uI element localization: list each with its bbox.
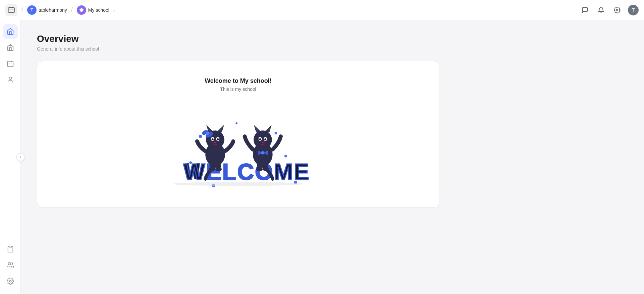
nav-app-name[interactable]: T tableharmony xyxy=(27,5,67,15)
main-layout: › Overview General info about this schoo… xyxy=(0,20,644,294)
sidebar-item-home[interactable] xyxy=(3,24,18,39)
svg-point-34 xyxy=(214,142,216,143)
sidebar-item-clipboard[interactable] xyxy=(3,242,18,256)
page-title: Overview xyxy=(37,34,628,44)
svg-point-12 xyxy=(275,132,277,134)
svg-point-33 xyxy=(217,138,219,140)
svg-point-13 xyxy=(284,155,287,158)
separator-2: / xyxy=(71,6,73,13)
svg-point-1 xyxy=(616,9,618,11)
svg-point-11 xyxy=(199,135,202,138)
school-chevron-icon: ⌄ xyxy=(112,8,115,12)
svg-point-41 xyxy=(215,167,222,171)
svg-point-56 xyxy=(256,167,263,171)
app-logo[interactable] xyxy=(5,4,17,16)
welcome-svg: W W WELCOME WELCOME WELCOME xyxy=(164,103,312,196)
chat-button[interactable] xyxy=(580,5,590,15)
nav-school-name[interactable]: My school ⌄ xyxy=(77,5,115,15)
page-subtitle: General info about this school xyxy=(37,46,628,52)
sidebar-item-calendar[interactable] xyxy=(3,56,18,71)
welcome-card-subtitle: This is my school xyxy=(220,86,256,92)
school-name-label: My school xyxy=(88,7,109,13)
sidebar: › xyxy=(0,20,21,294)
notifications-button[interactable] xyxy=(596,5,606,15)
svg-point-7 xyxy=(9,77,11,79)
svg-point-43 xyxy=(254,130,272,149)
sidebar-item-team[interactable] xyxy=(3,258,18,273)
topnav-right-actions: T xyxy=(580,5,639,15)
svg-point-52 xyxy=(262,142,264,143)
svg-point-57 xyxy=(263,167,269,171)
settings-button[interactable] xyxy=(612,5,623,15)
separator-1: / xyxy=(21,6,23,13)
svg-point-10 xyxy=(9,280,11,282)
school-icon xyxy=(77,5,86,15)
svg-point-53 xyxy=(261,151,264,155)
sidebar-expand-button[interactable]: › xyxy=(16,153,24,161)
sidebar-item-settings[interactable] xyxy=(3,274,18,289)
welcome-illustration: W W WELCOME WELCOME WELCOME xyxy=(164,103,312,196)
svg-point-17 xyxy=(235,122,237,124)
top-nav: / T tableharmony / My school ⌄ xyxy=(0,0,644,20)
welcome-card: Welcome to My school! This is my school … xyxy=(37,61,439,208)
svg-rect-8 xyxy=(9,246,11,247)
svg-point-40 xyxy=(209,167,215,171)
sidebar-item-user[interactable] xyxy=(3,72,18,87)
svg-point-32 xyxy=(212,138,214,140)
svg-point-37 xyxy=(206,132,209,135)
app-name-icon: T xyxy=(27,5,37,15)
main-content: Overview General info about this school … xyxy=(21,20,644,294)
svg-point-51 xyxy=(264,138,266,140)
sidebar-item-school[interactable] xyxy=(3,40,18,55)
svg-point-50 xyxy=(259,138,261,140)
welcome-card-title: Welcome to My school! xyxy=(205,77,272,84)
user-avatar[interactable]: T xyxy=(628,5,639,15)
svg-rect-3 xyxy=(7,61,13,67)
svg-point-58 xyxy=(172,182,304,186)
svg-rect-2 xyxy=(9,48,11,51)
svg-point-9 xyxy=(8,262,10,265)
svg-rect-0 xyxy=(8,7,14,12)
